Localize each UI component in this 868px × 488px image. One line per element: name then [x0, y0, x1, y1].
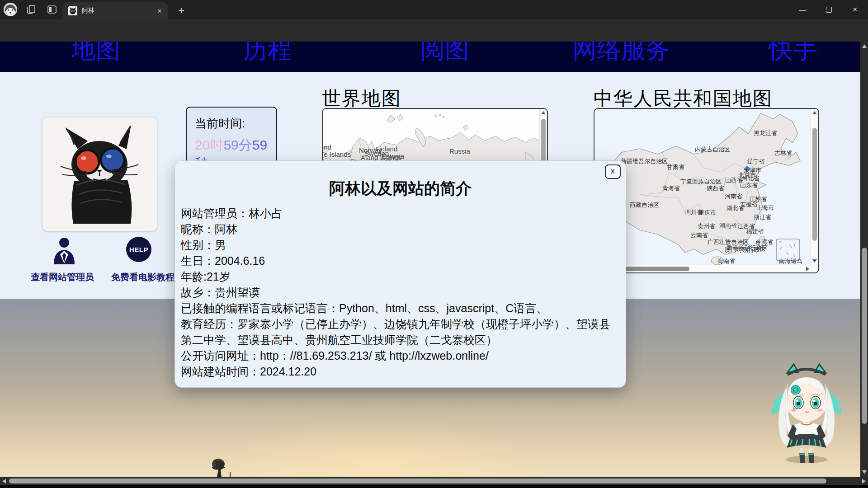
- scroll-right-arrow[interactable]: [806, 267, 809, 271]
- modal-line: 网站建站时间：2024.12.20: [181, 364, 618, 380]
- browser-titlebar: 阿林 ✕ + — ✕: [0, 0, 868, 19]
- page-scroll-up-arrow[interactable]: [862, 44, 867, 48]
- map-label: 陕西省: [707, 185, 724, 192]
- map-label: 上海市: [756, 204, 774, 211]
- page-scroll-right-arrow[interactable]: [862, 479, 866, 483]
- clock-label: 当前时间:: [195, 116, 276, 131]
- browser-toolbar: i 127.0.0.1:5500/网页设计/81.69.253.213(2025…: [0, 19, 868, 42]
- scroll-up-arrow[interactable]: [541, 111, 546, 114]
- page-scroll-down-arrow[interactable]: [862, 470, 867, 474]
- tab-favicon-cat: [68, 6, 77, 15]
- modal-line: 性别：男: [181, 237, 618, 253]
- modal-line: 公开访问网址：http：//81.69.253.213/ 或 http://lx…: [181, 348, 618, 364]
- tab-title: 阿林: [82, 7, 154, 15]
- page-vertical-scrollbar[interactable]: [860, 42, 868, 477]
- modal-body: 网站管理员：林小占昵称：阿林性别：男生日：2004.6.16年龄:21岁故乡：贵…: [181, 206, 618, 380]
- map-label: 河南省: [725, 193, 742, 200]
- help-badge-text: HELP: [129, 246, 148, 253]
- map-label: 吉林省: [774, 150, 792, 156]
- site-navbar: 地图 历程 阅图 网络服务 快手: [0, 42, 860, 72]
- scroll-up-arrow[interactable]: [812, 111, 817, 114]
- map-label: 贵州省: [698, 223, 715, 230]
- china-map-title: 中华人民共和国地图: [594, 86, 773, 111]
- modal-line: 年龄:21岁: [181, 269, 618, 285]
- modal-line: 生日：2004.6.16: [181, 253, 618, 269]
- page-scroll-left-arrow[interactable]: [2, 479, 6, 483]
- map-label: 甘肃省: [667, 164, 684, 170]
- new-tab-button[interactable]: +: [175, 4, 188, 17]
- map-label: e Islands: [324, 150, 351, 158]
- cat-portrait-image: [42, 117, 157, 231]
- china-map-horizontal-scrollbar[interactable]: [594, 265, 811, 272]
- minimize-button[interactable]: —: [789, 0, 816, 19]
- china-map-box[interactable]: 黑龙江省内蒙古自治区吉林省新疆维吾尔自治区辽宁省甘肃省天津市北京市河北省宁夏回族…: [594, 108, 819, 273]
- admin-person-icon[interactable]: [52, 237, 76, 266]
- page-horizontal-scrollbar[interactable]: [0, 477, 868, 485]
- map-label: 南海诸岛: [779, 258, 802, 264]
- map-label: 黑龙江省: [754, 130, 777, 136]
- map-label: nd: [324, 143, 331, 151]
- admin-link[interactable]: 查看网站管理员: [31, 271, 94, 283]
- tree-silhouette: [203, 456, 233, 477]
- modal-line: 教育经历：罗家寨小学（已停止办学）、边饶镇九年制学校（现橙子坪小学）、望谟县第二…: [181, 316, 618, 348]
- china-map-svg: 黑龙江省内蒙古自治区吉林省新疆维吾尔自治区辽宁省甘肃省天津市北京市河北省宁夏回族…: [594, 109, 813, 267]
- live2d-mascot-widget[interactable]: [768, 357, 845, 468]
- map-label: 青海省: [662, 185, 680, 192]
- map-label: 澳门特别行政区: [724, 246, 766, 253]
- map-label: 云南省: [690, 232, 708, 239]
- modal-close-button[interactable]: X: [605, 164, 621, 179]
- nav-link-gallery[interactable]: 阅图: [420, 42, 469, 66]
- page-vscroll-thumb[interactable]: [862, 248, 867, 424]
- map-label: 宁夏回族自治区: [680, 178, 722, 185]
- map-label: 新疆维吾尔自治区: [621, 158, 668, 164]
- modal-line: 故乡：贵州望谟: [181, 285, 618, 300]
- workspaces-icon[interactable]: [26, 4, 37, 17]
- map-label: 山东省: [740, 182, 758, 188]
- tab-layout-icon[interactable]: [47, 5, 57, 16]
- bottom-edge-strip: [0, 485, 868, 488]
- browser-tab[interactable]: 阿林 ✕: [62, 2, 168, 19]
- tab-close-icon[interactable]: ✕: [154, 5, 165, 17]
- map-label: 辽宁省: [747, 158, 765, 165]
- map-label: 西藏自治区: [630, 202, 659, 208]
- modal-title: 阿林以及网站的简介: [175, 178, 626, 199]
- movie-tutorial-link[interactable]: 免费看电影教程: [111, 271, 175, 283]
- nav-link-map[interactable]: 地图: [71, 42, 120, 66]
- map-label: 湖南省: [719, 222, 737, 229]
- map-label: 重庆市: [698, 209, 716, 216]
- map-label: 浙江省: [754, 214, 771, 221]
- maximize-button[interactable]: [816, 0, 842, 19]
- modal-line: 已接触的编程语言或标记语言：Python、html、css、javascript…: [181, 300, 618, 316]
- map-label: 福建省: [746, 228, 764, 235]
- map-label: 湖北省: [726, 205, 744, 211]
- map-label: 内蒙古自治区: [695, 146, 730, 153]
- close-window-button[interactable]: ✕: [842, 0, 868, 19]
- nav-link-history[interactable]: 历程: [243, 42, 292, 66]
- map-label: 海南省: [717, 258, 735, 264]
- clock-hour: 20时: [195, 137, 223, 152]
- nav-link-services[interactable]: 网络服务: [572, 42, 670, 66]
- china-map-vertical-scrollbar[interactable]: [811, 109, 818, 272]
- nav-link-kuaishou[interactable]: 快手: [769, 42, 817, 66]
- china-map-scroll-thumb[interactable]: [812, 128, 817, 241]
- map-label: Russia: [449, 147, 471, 155]
- page-hscroll-thumb[interactable]: [9, 479, 826, 483]
- scroll-down-arrow[interactable]: [812, 259, 817, 263]
- husky-avatar-image: [4, 3, 17, 16]
- page-viewport: 地图 历程 阅图 网络服务 快手: [0, 42, 860, 477]
- modal-line: 昵称：阿林: [181, 221, 618, 237]
- profile-avatar[interactable]: [4, 3, 17, 16]
- help-icon[interactable]: HELP: [126, 237, 151, 262]
- map-label: 河北省: [742, 175, 760, 182]
- world-map-title: 世界地图: [322, 86, 401, 111]
- intro-modal: X 阿林以及网站的简介 网站管理员：林小占昵称：阿林性别：男生日：2004.6.…: [175, 160, 626, 388]
- clock-minute: 59分: [223, 137, 252, 152]
- modal-line: 网站管理员：林小占: [181, 206, 618, 221]
